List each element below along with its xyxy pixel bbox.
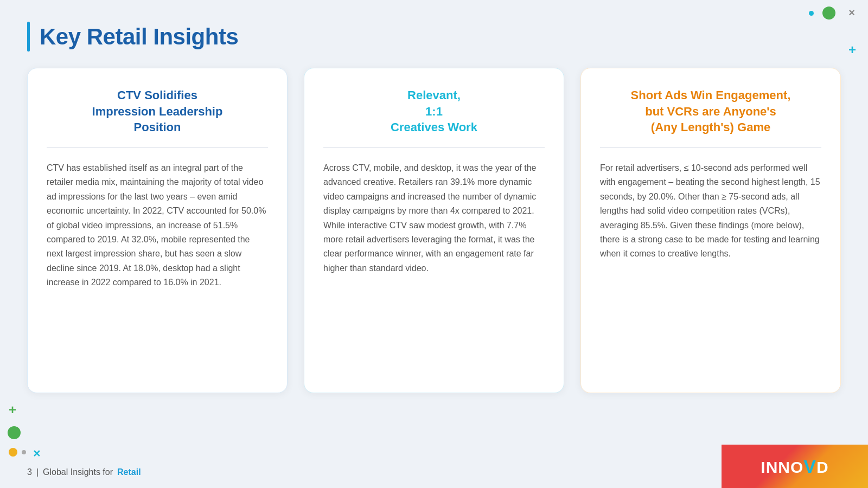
deco-dot-yellow — [9, 448, 17, 457]
logo-highlight: V — [803, 456, 816, 477]
deco-circle-bottom-left — [8, 426, 21, 439]
footer-retail: Retail — [117, 467, 141, 477]
page-container: × + + ✕ Key Retail Insights CTV Solidifi… — [0, 0, 868, 488]
logo-text: INNOVD — [761, 456, 828, 477]
card-3-body: For retail advertisers, ≤ 10-second ads … — [600, 161, 821, 261]
footer-pipe: | — [36, 467, 39, 477]
cards-container: CTV SolidifiesImpression LeadershipPosit… — [27, 68, 841, 393]
card-1-body: CTV has established itself as an integra… — [47, 161, 268, 290]
footer-label: Global Insights for — [43, 467, 113, 477]
card-2-title: Relevant,1:1Creatives Work — [323, 87, 545, 136]
card-3-title: Short Ads Win Engagement,but VCRs are An… — [600, 87, 821, 136]
deco-dot-small — [22, 450, 26, 454]
deco-x-bottom-left: ✕ — [33, 448, 41, 460]
page-header: Key Retail Insights — [27, 22, 841, 52]
header-bar — [27, 22, 30, 52]
footer-left: 3 | Global Insights for Retail — [27, 467, 141, 477]
deco-dot-top-right — [809, 11, 814, 16]
card-2-body: Across CTV, mobile, and desktop, it was … — [323, 161, 545, 275]
page-title: Key Retail Insights — [40, 24, 238, 50]
deco-plus-right: + — [848, 42, 856, 57]
card-creatives: Relevant,1:1Creatives Work Across CTV, m… — [304, 68, 564, 393]
card-1-divider — [47, 147, 268, 148]
deco-x-top-right: × — [848, 7, 855, 19]
card-3-divider — [600, 147, 821, 148]
deco-circle-top-right — [822, 7, 835, 20]
card-short-ads: Short Ads Win Engagement,but VCRs are An… — [580, 68, 841, 393]
page-number: 3 — [27, 467, 32, 477]
logo-area: INNOVD — [722, 445, 868, 488]
card-1-title: CTV SolidifiesImpression LeadershipPosit… — [47, 87, 268, 136]
deco-plus-bottom-left: + — [9, 402, 16, 418]
card-2-divider — [323, 147, 545, 148]
card-ctv: CTV SolidifiesImpression LeadershipPosit… — [27, 68, 288, 393]
